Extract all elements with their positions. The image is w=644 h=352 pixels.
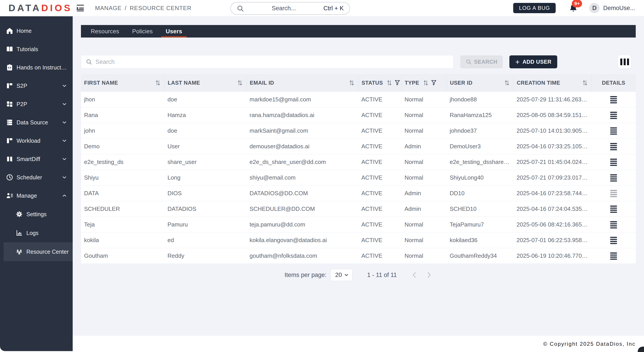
tab-users[interactable]: Users bbox=[166, 25, 182, 37]
sidebar-item-hands-on-instructions[interactable]: Hands on Instructions bbox=[0, 58, 73, 77]
sidebar-item-resource-center[interactable]: Resource Center bbox=[4, 242, 73, 261]
sidebar-item-p2p[interactable]: P2P bbox=[0, 95, 73, 113]
column-header-details: DETAILS bbox=[592, 74, 636, 92]
global-search-shortcut: Ctrl + K bbox=[323, 5, 344, 12]
cell-last-name: User bbox=[164, 143, 246, 150]
cell-last-name: Hamza bbox=[164, 112, 246, 119]
row-details-button[interactable] bbox=[592, 174, 636, 181]
avatar[interactable]: D bbox=[589, 3, 600, 13]
pagination-prev-button[interactable] bbox=[411, 271, 418, 279]
sidebar-item-label: S2P bbox=[16, 83, 27, 89]
cell-first-name: e2e_testing_ds bbox=[81, 159, 164, 166]
sidebar-item-settings[interactable]: Settings bbox=[0, 205, 73, 224]
column-header-last-name[interactable]: LAST NAME bbox=[164, 74, 246, 92]
sidebar-item-logs[interactable]: Logs bbox=[0, 224, 73, 242]
breadcrumb-manage[interactable]: MANAGE bbox=[95, 5, 122, 12]
global-search-input[interactable]: Search... Ctrl + K bbox=[230, 2, 350, 15]
sidebar-item-home[interactable]: Home bbox=[0, 22, 73, 40]
row-details-button[interactable] bbox=[592, 236, 636, 244]
items-per-page-select[interactable]: 20 bbox=[330, 269, 352, 281]
breadcrumb-resource-center[interactable]: RESOURCE CENTER bbox=[130, 5, 192, 12]
table-row: DemoUserdemouser@datadios.aiACTIVEAdminD… bbox=[81, 139, 636, 154]
sort-icon[interactable] bbox=[155, 79, 161, 86]
chevron-down-icon bbox=[62, 138, 67, 144]
sidebar-item-scheduler[interactable]: Scheduler bbox=[0, 168, 73, 186]
manage-users-icon bbox=[6, 192, 14, 199]
cell-status: ACTIVE bbox=[358, 143, 402, 150]
sidebar-item-workload[interactable]: Workload bbox=[0, 132, 73, 150]
row-details-button[interactable] bbox=[592, 252, 636, 260]
table-search-input[interactable]: Search bbox=[81, 55, 454, 69]
cell-status: ACTIVE bbox=[358, 159, 402, 166]
tab-resources[interactable]: Resources bbox=[91, 25, 119, 37]
column-settings-button[interactable] bbox=[618, 55, 631, 69]
sidebar-item-smartdiff[interactable]: SmartDiff bbox=[0, 150, 73, 168]
cell-user-id: DemoUser3 bbox=[446, 143, 514, 150]
row-details-button[interactable] bbox=[592, 127, 636, 135]
table-row: ShiyuLongshiyu@email.comACTIVENormalShiy… bbox=[81, 170, 636, 185]
sidebar-item-s2p[interactable]: S2P bbox=[0, 77, 73, 95]
menu-unfold-icon[interactable] bbox=[75, 3, 85, 13]
cell-status: ACTIVE bbox=[358, 127, 402, 134]
sidebar-item-manage[interactable]: Manage bbox=[0, 186, 73, 205]
sidebar-item-label: SmartDiff bbox=[16, 156, 40, 162]
sort-icon[interactable] bbox=[386, 79, 392, 86]
sidebar-item-data-source[interactable]: Data Source bbox=[0, 113, 73, 132]
table-search-placeholder: Search bbox=[96, 58, 115, 65]
username[interactable]: DemoUse... bbox=[603, 5, 635, 12]
cell-email: shiyu@email.com bbox=[246, 174, 358, 181]
filter-funnel-icon[interactable] bbox=[431, 80, 437, 86]
table-row: kokilaedkokila.elangovan@datadios.aiACTI… bbox=[81, 232, 636, 248]
cell-email: teja.pamuru@dd.com bbox=[246, 221, 358, 228]
row-details-button[interactable] bbox=[592, 221, 636, 228]
cell-last-name: DIOS bbox=[164, 190, 246, 197]
cell-status: ACTIVE bbox=[358, 112, 402, 119]
cell-type: Normal bbox=[402, 159, 446, 166]
column-header-status[interactable]: STATUS bbox=[358, 74, 402, 92]
sort-icon[interactable] bbox=[582, 79, 588, 86]
plus-icon: + bbox=[515, 58, 520, 66]
sort-icon[interactable] bbox=[349, 79, 355, 86]
tab-policies[interactable]: Policies bbox=[132, 25, 153, 37]
sidebar-item-label: P2P bbox=[16, 101, 27, 107]
column-label: LAST NAME bbox=[168, 80, 200, 86]
table-row: RanaHamzarana.hamza@datadios.aiACTIVENor… bbox=[81, 107, 636, 123]
add-user-button[interactable]: + ADD USER bbox=[510, 55, 557, 68]
column-header-email-id[interactable]: EMAIL ID bbox=[246, 74, 358, 92]
column-header-first-name[interactable]: FIRST NAME bbox=[81, 74, 164, 92]
row-details-button[interactable] bbox=[592, 189, 636, 197]
row-details-button[interactable] bbox=[592, 205, 636, 213]
sort-icon[interactable] bbox=[423, 79, 429, 86]
details-icon bbox=[609, 252, 618, 260]
pagination-next-button[interactable] bbox=[426, 271, 432, 279]
column-label: DETAILS bbox=[602, 80, 625, 86]
cell-status: ACTIVE bbox=[358, 205, 402, 212]
topbar-right: LOG A BUG 9+ D DemoUse... bbox=[513, 3, 644, 13]
column-label: CREATION TIME bbox=[517, 80, 560, 86]
search-button[interactable]: SEARCH bbox=[460, 55, 503, 68]
cell-first-name: Goutham bbox=[81, 252, 164, 259]
column-label: TYPE bbox=[405, 80, 419, 86]
filter-funnel-icon[interactable] bbox=[394, 80, 400, 86]
breadcrumb: MANAGE / RESOURCE CENTER bbox=[95, 5, 192, 12]
details-icon bbox=[609, 236, 618, 244]
column-header-creation-time[interactable]: CREATION TIME bbox=[514, 74, 592, 92]
column-header-user-id[interactable]: USER ID bbox=[446, 74, 514, 92]
row-details-button[interactable] bbox=[592, 96, 636, 103]
row-details-button[interactable] bbox=[592, 111, 636, 119]
chevron-down-icon bbox=[62, 101, 67, 107]
log-a-bug-button[interactable]: LOG A BUG bbox=[513, 3, 556, 13]
column-label: EMAIL ID bbox=[250, 80, 274, 86]
sort-icon[interactable] bbox=[504, 79, 510, 86]
notifications-button[interactable]: 9+ bbox=[569, 3, 578, 13]
sort-icon[interactable] bbox=[237, 79, 243, 86]
cell-last-name: Long bbox=[164, 174, 246, 181]
notification-badge: 9+ bbox=[572, 0, 582, 7]
global-search-placeholder: Search... bbox=[244, 5, 323, 12]
sidebar-item-tutorials[interactable]: Tutorials bbox=[0, 40, 73, 58]
column-header-type[interactable]: TYPE bbox=[402, 74, 446, 92]
cell-last-name: doe bbox=[164, 96, 246, 103]
row-details-button[interactable] bbox=[592, 158, 636, 166]
logo[interactable]: DATADIOS bbox=[8, 3, 72, 13]
row-details-button[interactable] bbox=[592, 143, 636, 150]
